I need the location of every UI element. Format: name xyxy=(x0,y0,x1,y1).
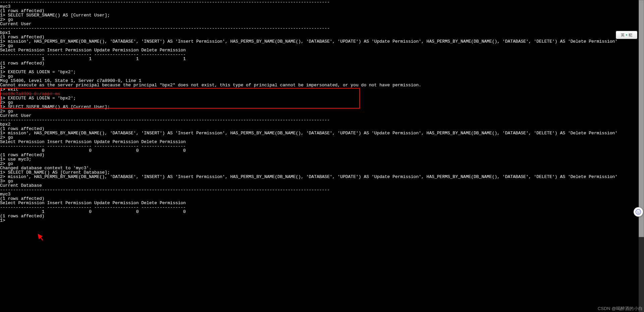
vertical-scrollbar-thumb[interactable] xyxy=(639,0,644,237)
terminal-line: 2> go xyxy=(0,17,517,22)
terminal-line: (1 rows affected) xyxy=(0,153,517,157)
terminal-line: 1> xyxy=(0,218,517,223)
ime-left-label: 英 xyxy=(621,33,625,37)
terminal-line: ----------------------------------------… xyxy=(0,118,517,122)
terminal-line: myc3 xyxy=(0,192,517,196)
terminal-line: 1> EXECUTE AS LOGIN = 'bpx2'; xyxy=(0,70,517,74)
terminal-output[interactable]: ----------------------------------------… xyxy=(0,0,517,223)
ime-language-badge[interactable]: 英 犯 xyxy=(616,31,637,39)
assistant-floating-button[interactable] xyxy=(634,207,643,217)
terminal-line: 1> EXECUTE AS LOGIN = 'bpx2'; xyxy=(0,96,517,100)
terminal-line: ----------------------------------------… xyxy=(0,188,517,192)
terminal-line: myc3 xyxy=(0,4,517,9)
terminal-line: 1> mission', HAS_PERMS_BY_NAME(DB_NAME()… xyxy=(0,39,517,44)
svg-line-0 xyxy=(38,234,43,240)
terminal-line: 1 0 0 0 xyxy=(0,210,517,214)
terminal-line: bpx2 xyxy=(0,122,517,127)
terminal-line: 1 1 1 1 xyxy=(0,57,517,61)
terminal-line: 1> xyxy=(0,65,517,70)
terminal-line: 1> mission', HAS_PERMS_BY_NAME(DB_NAME()… xyxy=(0,131,517,135)
svg-point-1 xyxy=(636,210,641,215)
csdn-watermark: CSDN @喝醉酒的小白 xyxy=(598,306,643,311)
arrow-annotation-icon xyxy=(36,233,45,242)
terminal-line: 1> exit xyxy=(0,87,517,92)
terminal-line: (1 rows affected) xyxy=(0,214,517,218)
terminal-line: ----------------------------------------… xyxy=(0,26,517,31)
terminal-line: bpx1 xyxy=(0,31,517,35)
face-icon xyxy=(635,209,641,215)
shell-prompt-line: root@c7a8900-0:/app# ms xyxy=(0,92,517,96)
terminal-line: 1> use myc3; xyxy=(0,157,517,162)
terminal-line: 0 0 0 0 xyxy=(0,148,517,153)
terminal-line: 3> go xyxy=(0,179,517,183)
terminal-line: ----------------------------------------… xyxy=(0,0,517,4)
svg-point-3 xyxy=(639,211,639,212)
dot-icon xyxy=(626,34,627,36)
terminal-line: 1> SELECT SUSER_SNAME() AS [Current User… xyxy=(0,105,517,109)
terminal-line: 2> go xyxy=(0,109,517,114)
terminal-line: (1 rows affected) xyxy=(0,61,517,65)
error-line: Cannot execute as the server principal b… xyxy=(0,83,517,87)
terminal-line: 1> SELECT SUSER_SNAME() AS [Current User… xyxy=(0,13,517,17)
svg-point-2 xyxy=(637,211,638,212)
vertical-scrollbar-track[interactable] xyxy=(639,0,644,312)
terminal-line: 2> mission', HAS_PERMS_BY_NAME(DB_NAME()… xyxy=(0,175,517,179)
ime-right-label: 犯 xyxy=(629,33,632,37)
